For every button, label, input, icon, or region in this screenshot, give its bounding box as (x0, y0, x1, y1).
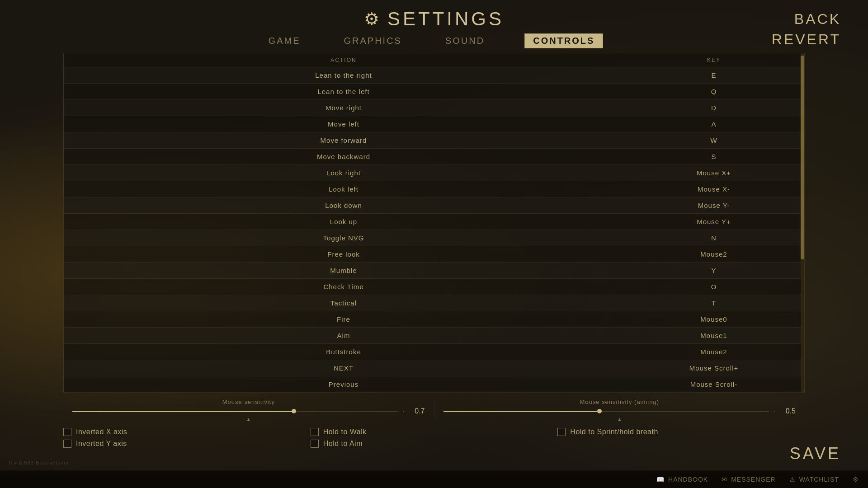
mouse-sensitivity-slider-row: · 0.7 (72, 407, 425, 415)
checkbox-inv-y-label: Inverted Y axis (76, 440, 127, 448)
checkbox-hold-walk-box[interactable] (311, 428, 319, 436)
settings-bottom-icon: ⚙ (853, 476, 859, 483)
row-action: Fire (64, 315, 623, 323)
row-action: Lean to the right (64, 71, 623, 79)
checkbox-hold-aim[interactable]: Hold to Aim (311, 440, 558, 448)
table-row[interactable]: Check Time O (64, 279, 804, 295)
back-button[interactable]: BACK (772, 9, 841, 29)
table-row[interactable]: Aim Mouse1 (64, 328, 804, 344)
handbook-button[interactable]: 📖 HANDBOOK (656, 476, 708, 483)
aiming-sensitivity-block: Mouse sensitivity (aiming) · 0.5 ▲ (434, 399, 805, 422)
settings-bottom-button[interactable]: ⚙ (853, 476, 859, 483)
watchlist-button[interactable]: ⚠ WATCHLIST (789, 476, 839, 483)
tab-controls[interactable]: CONTROLS (524, 33, 603, 48)
table-row[interactable]: Buttstroke Mouse2 (64, 344, 804, 360)
row-action: Mumble (64, 267, 623, 274)
checkboxes-area: Inverted X axis Inverted Y axis Hold to … (63, 428, 805, 448)
row-key: Mouse0 (623, 315, 804, 323)
revert-button[interactable]: REVERT (772, 29, 841, 50)
row-action: Buttstroke (64, 348, 623, 356)
row-action: Move backward (64, 153, 623, 160)
mouse-sensitivity-label: Mouse sensitivity (72, 399, 425, 405)
tab-game[interactable]: GAME (265, 34, 304, 48)
table-row[interactable]: Previous Mouse Scroll- (64, 376, 804, 393)
watchlist-icon: ⚠ (789, 476, 796, 483)
mouse-sensitivity-arrow[interactable]: ▲ (72, 417, 425, 422)
scrollbar[interactable] (801, 53, 804, 393)
table-row[interactable]: Look left Mouse X- (64, 181, 804, 197)
mouse-sensitivity-thumb[interactable] (292, 409, 296, 413)
controls-table-container: ACTION KEY Lean to the right E Lean to t… (63, 53, 805, 393)
row-key: Q (623, 88, 804, 95)
table-row[interactable]: Lean to the right E (64, 67, 804, 84)
row-key: Mouse Y+ (623, 218, 804, 225)
checkbox-inv-x[interactable]: Inverted X axis (63, 428, 311, 436)
col-key-header: KEY (623, 53, 804, 67)
messenger-button[interactable]: ✉ MESSENGER (722, 476, 775, 483)
table-row[interactable]: Move left A (64, 116, 804, 132)
checkbox-hold-aim-label: Hold to Aim (323, 440, 363, 448)
checkbox-group-sprint: Hold to Sprint/hold breath (557, 428, 805, 436)
settings-title: ⚙ SETTINGS (364, 8, 504, 30)
row-key: O (623, 283, 804, 291)
version-text: 0.4.8.599 Beta version (9, 460, 69, 465)
row-action: NEXT (64, 364, 623, 372)
watchlist-label: WATCHLIST (799, 476, 839, 483)
row-key: Mouse X+ (623, 169, 804, 177)
table-row[interactable]: Move forward W (64, 132, 804, 149)
row-key: A (623, 120, 804, 128)
checkbox-inv-x-box[interactable] (63, 428, 71, 436)
checkbox-hold-walk[interactable]: Hold to Walk (311, 428, 558, 436)
aiming-sensitivity-fill (443, 411, 600, 412)
row-key: D (623, 104, 804, 112)
checkbox-hold-walk-label: Hold to Walk (323, 428, 367, 436)
row-action: Look up (64, 218, 623, 225)
checkbox-group-axes: Inverted X axis Inverted Y axis (63, 428, 311, 448)
checkbox-hold-sprint-box[interactable] (557, 428, 566, 436)
checkbox-inv-y[interactable]: Inverted Y axis (63, 440, 311, 448)
row-key: Mouse Y- (623, 202, 804, 209)
row-action: Aim (64, 332, 623, 339)
checkbox-hold-sprint[interactable]: Hold to Sprint/hold breath (557, 428, 805, 436)
row-action: Look down (64, 202, 623, 209)
table-row[interactable]: Free look Mouse2 (64, 246, 804, 263)
mouse-sensitivity-dot-sep: · (403, 408, 405, 415)
aiming-sensitivity-arrow[interactable]: ▲ (443, 417, 796, 422)
tab-sound[interactable]: SOUND (442, 34, 488, 48)
table-row[interactable]: Fire Mouse0 (64, 311, 804, 328)
title-text: SETTINGS (387, 8, 504, 30)
header: ⚙ SETTINGS (0, 0, 868, 30)
row-action: Tactical (64, 299, 623, 307)
table-row[interactable]: Toggle NVG N (64, 230, 804, 246)
table-row[interactable]: NEXT Mouse Scroll+ (64, 360, 804, 376)
sensitivity-area: Mouse sensitivity · 0.7 ▲ Mouse sensitiv… (63, 393, 805, 425)
aiming-sensitivity-track[interactable] (443, 411, 769, 412)
checkbox-inv-y-box[interactable] (63, 440, 71, 448)
save-button[interactable]: SAVE (790, 444, 841, 463)
checkbox-inv-x-label: Inverted X axis (76, 428, 127, 436)
aiming-sensitivity-thumb[interactable] (597, 409, 602, 413)
table-row[interactable]: Look up Mouse Y+ (64, 214, 804, 230)
messenger-label: MESSENGER (731, 476, 775, 483)
scrollbar-thumb[interactable] (801, 56, 804, 259)
table-row[interactable]: Look down Mouse Y- (64, 197, 804, 214)
tab-graphics[interactable]: GRAPHICS (340, 34, 405, 48)
row-key: Mouse2 (623, 250, 804, 258)
aiming-sensitivity-label: Mouse sensitivity (aiming) (443, 399, 796, 405)
tab-bar: GAME GRAPHICS SOUND CONTROLS (0, 33, 868, 53)
row-key: W (623, 136, 804, 144)
table-row[interactable]: Tactical T (64, 295, 804, 311)
checkbox-hold-aim-box[interactable] (311, 440, 319, 448)
mouse-sensitivity-track[interactable] (72, 411, 398, 412)
table-row[interactable]: Move right D (64, 100, 804, 116)
table-row[interactable]: Lean to the left Q (64, 84, 804, 100)
table-header: ACTION KEY (64, 53, 804, 67)
table-row[interactable]: Move backward S (64, 149, 804, 165)
row-action: Toggle NVG (64, 234, 623, 242)
bottom-bar: 📖 HANDBOOK ✉ MESSENGER ⚠ WATCHLIST ⚙ (0, 470, 868, 488)
table-row[interactable]: Mumble Y (64, 263, 804, 279)
table-rows: Lean to the right E Lean to the left Q M… (64, 67, 804, 393)
table-row[interactable]: Look right Mouse X+ (64, 165, 804, 181)
aiming-sensitivity-dot-sep: · (774, 408, 775, 415)
row-key: Mouse2 (623, 348, 804, 356)
